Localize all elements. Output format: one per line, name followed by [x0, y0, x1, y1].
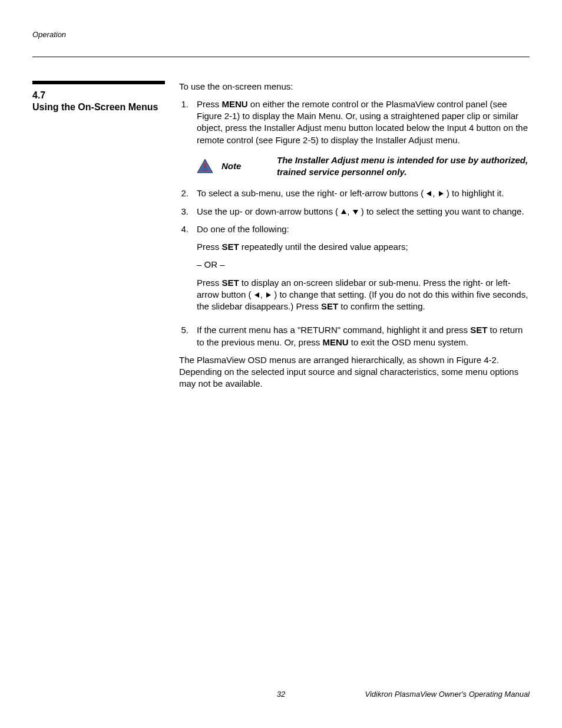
text: ,	[260, 289, 265, 299]
text: ) to select the setting you want to chan…	[359, 206, 524, 216]
step-number: 2.	[179, 187, 189, 199]
step-number: 3.	[179, 206, 189, 218]
step-2: 2. To select a sub-menu, use the right- …	[179, 187, 530, 199]
section-bar	[32, 81, 165, 84]
svg-marker-5	[439, 191, 444, 196]
left-arrow-icon	[426, 190, 432, 197]
set-key: SET	[321, 301, 338, 311]
page: Operation 4.7 Using the On-Screen Menus …	[0, 0, 562, 728]
left-arrow-icon	[254, 292, 260, 298]
menu-key: MENU	[222, 99, 248, 109]
step-body: If the current menu has a "RETURN" comma…	[197, 324, 530, 348]
text: To select a sub-menu, use the right- or …	[197, 188, 426, 198]
svg-marker-7	[353, 210, 358, 215]
text: Press	[197, 278, 222, 288]
sub-paragraph: Press SET to display an on-screen slideb…	[197, 277, 530, 313]
step-body: Use the up- or down-arrow buttons ( , ) …	[197, 206, 530, 218]
intro-text: To use the on-screen menus:	[179, 81, 530, 93]
running-header: Operation	[32, 29, 530, 40]
text: Do one of the following:	[197, 224, 289, 234]
set-key: SET	[222, 242, 239, 252]
steps-list-cont: 2. To select a sub-menu, use the right- …	[179, 187, 530, 348]
note-block: Note The Installer Adjust menu is intend…	[197, 154, 530, 179]
text: Press	[197, 99, 222, 109]
section-number: 4.7	[32, 89, 165, 102]
note-label: Note	[222, 160, 245, 172]
step-1: 1. Press MENU on either the remote contr…	[179, 98, 530, 146]
closing-paragraph: The PlasmaView OSD menus are arranged hi…	[179, 354, 530, 390]
content-columns: 4.7 Using the On-Screen Menus To use the…	[32, 81, 530, 390]
svg-marker-8	[254, 292, 259, 298]
sub-paragraph: Press SET repeatedly until the desired v…	[197, 241, 530, 253]
text: ) to highlight it.	[444, 188, 504, 198]
text: ,	[432, 188, 437, 198]
text: Press	[197, 242, 222, 252]
text: to confirm the setting.	[338, 301, 425, 311]
step-4: 4. Do one of the following: Press SET re…	[179, 223, 530, 319]
main-body: To use the on-screen menus: 1. Press MEN…	[179, 81, 530, 390]
manual-title: Vidikron PlasmaView Owner's Operating Ma…	[365, 689, 530, 700]
svg-marker-9	[266, 292, 271, 298]
step-number: 5.	[179, 324, 189, 348]
svg-marker-6	[341, 209, 346, 214]
svg-rect-3	[204, 169, 206, 171]
right-arrow-icon	[438, 190, 444, 197]
step-3: 3. Use the up- or down-arrow buttons ( ,…	[179, 206, 530, 218]
header-rule	[32, 57, 530, 57]
down-arrow-icon	[352, 209, 359, 215]
step-body: Do one of the following: Press SET repea…	[197, 223, 530, 319]
or-separator: – OR –	[197, 259, 530, 271]
step-5: 5. If the current menu has a "RETURN" co…	[179, 324, 530, 348]
step-number: 4.	[179, 223, 189, 319]
svg-rect-2	[204, 164, 206, 168]
steps-list: 1. Press MENU on either the remote contr…	[179, 98, 530, 146]
text: ,	[347, 206, 352, 216]
set-key: SET	[470, 325, 487, 335]
section-title: Using the On-Screen Menus	[32, 101, 165, 113]
up-arrow-icon	[340, 209, 347, 215]
set-key: SET	[222, 278, 239, 288]
step-number: 1.	[179, 98, 189, 146]
svg-marker-4	[427, 191, 431, 196]
text: If the current menu has a "RETURN" comma…	[197, 325, 470, 335]
note-text: The Installer Adjust menu is intended fo…	[277, 154, 530, 179]
step-body: To select a sub-menu, use the right- or …	[197, 187, 530, 199]
warning-icon	[197, 159, 213, 174]
text: repeatedly until the desired value appea…	[239, 242, 408, 252]
text: to exit the OSD menu system.	[349, 337, 468, 347]
page-number: 32	[277, 689, 285, 700]
right-arrow-icon	[265, 292, 272, 298]
menu-key: MENU	[322, 337, 348, 347]
text: Use the up- or down-arrow buttons (	[197, 206, 340, 216]
section-sidebar: 4.7 Using the On-Screen Menus	[32, 81, 165, 390]
step-body: Press MENU on either the remote control …	[197, 98, 530, 146]
page-footer: 32 Vidikron PlasmaView Owner's Operating…	[32, 689, 530, 700]
